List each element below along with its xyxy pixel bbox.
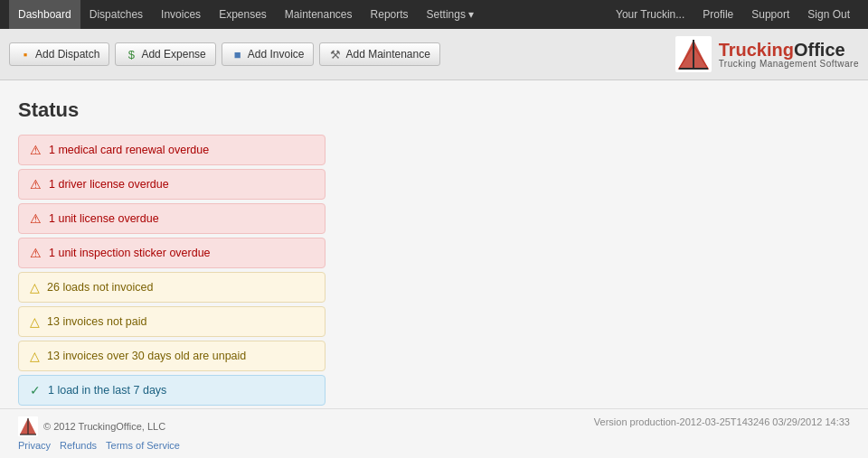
add-expense-button[interactable]: $ Add Expense bbox=[115, 42, 215, 66]
toolbar-left: ▪ Add Dispatch $ Add Expense ■ Add Invoi… bbox=[9, 42, 440, 66]
footer-version: Version production-2012-03-25T143246 03/… bbox=[594, 416, 850, 424]
add-maintenance-label: Add Maintenance bbox=[345, 48, 429, 61]
nav-settings[interactable]: Settings ▾ bbox=[418, 0, 484, 29]
warning-icon-1: △ bbox=[30, 280, 40, 294]
status-title: Status bbox=[18, 98, 850, 122]
status-item-driver-license: ⚠ 1 driver license overdue bbox=[18, 169, 326, 200]
nav-reports[interactable]: Reports bbox=[362, 0, 418, 29]
add-invoice-label: Add Invoice bbox=[248, 48, 305, 61]
nav-left: Dashboard Dispatches Invoices Expenses M… bbox=[9, 0, 483, 29]
expense-icon: $ bbox=[125, 48, 137, 61]
logo-name: TruckingOffice bbox=[719, 41, 845, 59]
status-text-invoices-not-paid: 13 invoices not paid bbox=[47, 315, 147, 328]
footer-logo: © 2012 TruckingOffice, LLC bbox=[18, 416, 180, 424]
add-dispatch-label: Add Dispatch bbox=[35, 48, 99, 61]
status-item-loads-not-invoiced: △ 26 loads not invoiced bbox=[18, 272, 326, 303]
add-expense-label: Add Expense bbox=[141, 48, 205, 61]
navbar: Dashboard Dispatches Invoices Expenses M… bbox=[0, 0, 868, 29]
nav-maintenances[interactable]: Maintenances bbox=[276, 0, 362, 29]
status-text-invoices-overdue: 13 invoices over 30 days old are unpaid bbox=[47, 350, 246, 362]
error-icon-2: ⚠ bbox=[30, 177, 42, 192]
logo-area: TruckingOffice Trucking Management Softw… bbox=[675, 36, 859, 72]
status-item-unit-license: ⚠ 1 unit license overdue bbox=[18, 203, 326, 234]
error-icon-4: ⚠ bbox=[30, 246, 42, 260]
info-icon-1: ✓ bbox=[30, 383, 41, 397]
status-text-inspection: 1 unit inspection sticker overdue bbox=[49, 247, 211, 259]
status-item-loads-last7: ✓ 1 load in the last 7 days bbox=[18, 375, 326, 406]
add-dispatch-button[interactable]: ▪ Add Dispatch bbox=[9, 42, 109, 66]
error-icon-3: ⚠ bbox=[30, 211, 42, 226]
footer: © 2012 TruckingOffice, LLC Privacy Refun… bbox=[0, 408, 868, 424]
status-text-medical: 1 medical card renewal overdue bbox=[49, 144, 209, 156]
add-maintenance-button[interactable]: ⚒ Add Maintenance bbox=[319, 42, 439, 66]
logo-svg-icon bbox=[675, 36, 712, 72]
status-text-loads-last7: 1 load in the last 7 days bbox=[48, 384, 166, 397]
status-list: ⚠ 1 medical card renewal overdue ⚠ 1 dri… bbox=[18, 135, 326, 406]
status-text-loads: 26 loads not invoiced bbox=[47, 281, 153, 294]
nav-dashboard[interactable]: Dashboard bbox=[9, 0, 80, 29]
footer-logo-icon bbox=[18, 416, 38, 424]
nav-expenses[interactable]: Expenses bbox=[210, 0, 276, 29]
nav-your-truckin[interactable]: Your Truckin... bbox=[607, 0, 693, 29]
nav-dispatches[interactable]: Dispatches bbox=[80, 0, 152, 29]
logo-name-part1: Trucking bbox=[719, 40, 794, 60]
logo-text: TruckingOffice Trucking Management Softw… bbox=[719, 41, 859, 69]
maintenance-icon: ⚒ bbox=[329, 48, 342, 61]
status-item-invoices-overdue: △ 13 invoices over 30 days old are unpai… bbox=[18, 341, 326, 371]
logo-name-part2: Office bbox=[794, 40, 845, 60]
warning-icon-2: △ bbox=[30, 314, 40, 329]
toolbar: ▪ Add Dispatch $ Add Expense ■ Add Invoi… bbox=[0, 29, 868, 80]
footer-copyright: © 2012 TruckingOffice, LLC bbox=[43, 421, 165, 424]
nav-profile[interactable]: Profile bbox=[693, 0, 742, 29]
invoice-icon: ■ bbox=[231, 48, 244, 61]
status-item-inspection: ⚠ 1 unit inspection sticker overdue bbox=[18, 238, 326, 268]
status-item-invoices-not-paid: △ 13 invoices not paid bbox=[18, 306, 326, 337]
footer-left: © 2012 TruckingOffice, LLC Privacy Refun… bbox=[18, 416, 180, 424]
nav-right: Your Truckin... Profile Support Sign Out bbox=[607, 0, 859, 29]
status-item-medical: ⚠ 1 medical card renewal overdue bbox=[18, 135, 326, 165]
main-content: Status ⚠ 1 medical card renewal overdue … bbox=[0, 80, 868, 424]
warning-icon-3: △ bbox=[30, 349, 40, 363]
logo-subtitle: Trucking Management Software bbox=[719, 59, 859, 69]
add-invoice-button[interactable]: ■ Add Invoice bbox=[222, 42, 315, 66]
status-text-unit-license: 1 unit license overdue bbox=[49, 212, 159, 225]
nav-support[interactable]: Support bbox=[742, 0, 798, 29]
dispatch-icon: ▪ bbox=[19, 48, 32, 61]
nav-signout[interactable]: Sign Out bbox=[798, 0, 859, 29]
error-icon-1: ⚠ bbox=[30, 143, 42, 157]
nav-invoices[interactable]: Invoices bbox=[152, 0, 210, 29]
status-text-driver-license: 1 driver license overdue bbox=[49, 178, 169, 191]
